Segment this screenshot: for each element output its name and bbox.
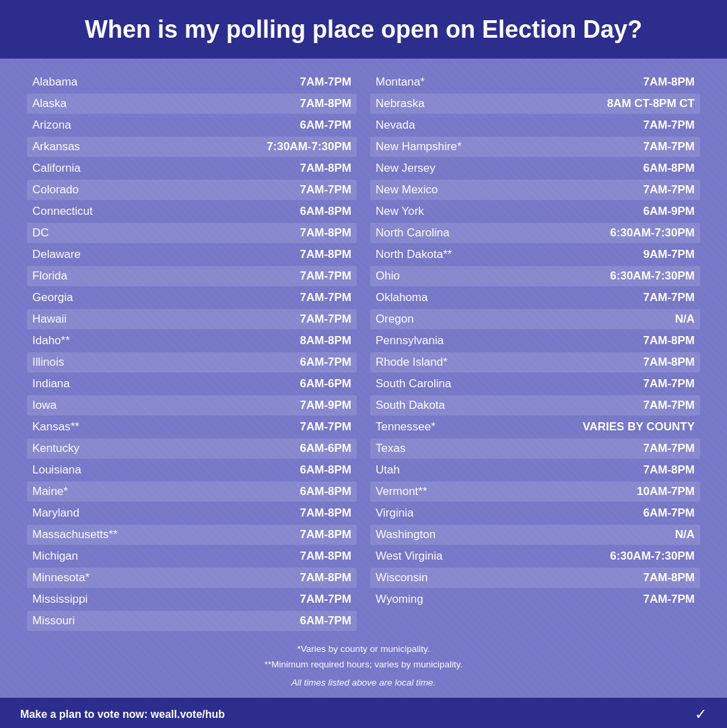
state-name: Illinois xyxy=(32,356,64,369)
state-name: Utah xyxy=(376,463,400,477)
page-footer: Make a plan to vote now: weall.vote/hub … xyxy=(0,698,727,728)
table-row: Vermont** 10AM-7PM xyxy=(370,482,700,502)
footnote-1: *Varies by county or municipality. xyxy=(27,642,700,657)
state-name: Pennsylvania xyxy=(376,334,444,348)
state-name: Nevada xyxy=(376,119,415,132)
state-hours: 7AM-8PM xyxy=(300,162,351,175)
state-hours: 7AM-7PM xyxy=(300,291,351,304)
state-hours: 6AM-6PM xyxy=(300,377,351,391)
state-name: Florida xyxy=(32,269,67,283)
main-content: Alabama 7AM-7PM Alaska 7AM-8PM Arizona 6… xyxy=(0,59,727,698)
table-row: Alaska 7AM-8PM xyxy=(27,94,357,114)
state-name: Idaho** xyxy=(32,334,70,348)
table-row: Kentucky 6AM-6PM xyxy=(27,438,357,459)
state-hours: 6AM-8PM xyxy=(300,485,351,498)
state-name: Connecticut xyxy=(32,205,93,218)
footnotes: *Varies by county or municipality. **Min… xyxy=(27,642,700,691)
table-row: Rhode Island* 7AM-8PM xyxy=(370,352,700,372)
state-name: Montana* xyxy=(376,75,425,89)
table-row: Michigan 7AM-8PM xyxy=(27,546,357,566)
state-name: Texas xyxy=(376,442,405,455)
state-hours: 7AM-8PM xyxy=(300,571,351,585)
state-hours: 7AM-7PM xyxy=(643,183,695,197)
footer-link[interactable]: weall.vote/hub xyxy=(151,708,225,720)
table-row: California 7AM-8PM xyxy=(27,158,357,178)
state-hours: 7AM-8PM xyxy=(643,571,695,585)
state-hours: 7AM-7PM xyxy=(643,377,695,391)
state-name: Colorado xyxy=(32,183,79,197)
table-row: Texas 7AM-7PM xyxy=(370,438,700,459)
table-row: Maine* 6AM-8PM xyxy=(27,482,357,502)
state-name: South Carolina xyxy=(376,377,451,391)
state-hours: 7AM-8PM xyxy=(300,97,351,110)
table-row: Louisiana 6AM-8PM xyxy=(27,460,357,480)
state-name: Ohio xyxy=(376,269,400,283)
table-row: Minnesota* 7AM-8PM xyxy=(27,568,357,588)
state-name: Massachusetts** xyxy=(32,528,118,541)
table-row: DC 7AM-8PM xyxy=(27,223,357,243)
table-row: Arkansas 7:30AM-7:30PM xyxy=(27,137,357,157)
state-name: Missouri xyxy=(32,614,75,628)
state-name: Minnesota* xyxy=(32,571,90,585)
footnote-3: All times listed above are local time. xyxy=(27,675,700,691)
table-row: New York 6AM-9PM xyxy=(370,201,700,222)
state-name: Rhode Island* xyxy=(376,356,448,369)
table-row: Oregon N/A xyxy=(370,309,700,329)
state-name: Oklahoma xyxy=(376,291,427,304)
state-name: Wyoming xyxy=(376,593,423,606)
state-hours: VARIES BY COUNTY xyxy=(582,420,695,434)
table-row: Missouri 6AM-7PM xyxy=(27,611,357,631)
state-name: Louisiana xyxy=(32,463,81,477)
state-name: New York xyxy=(376,205,424,218)
state-hours: 7AM-7PM xyxy=(643,140,695,154)
state-hours: 7:30AM-7:30PM xyxy=(267,140,351,154)
state-name: Maryland xyxy=(32,506,79,520)
table-row: Georgia 7AM-7PM xyxy=(27,288,357,308)
table-row: Idaho** 8AM-8PM xyxy=(27,331,357,351)
table-row: South Dakota 7AM-7PM xyxy=(370,395,700,416)
footer-text: Make a plan to vote now: weall.vote/hub xyxy=(20,708,225,721)
state-name: North Dakota** xyxy=(376,248,452,261)
state-hours: 7AM-7PM xyxy=(643,119,695,132)
state-name: West Virginia xyxy=(376,550,443,563)
table-row: Maryland 7AM-8PM xyxy=(27,503,357,523)
state-name: Vermont** xyxy=(376,485,427,498)
state-hours: 6AM-7PM xyxy=(300,614,351,628)
table-row: Mississippi 7AM-7PM xyxy=(27,589,357,609)
state-name: California xyxy=(32,162,81,175)
state-hours: 7AM-8PM xyxy=(643,334,695,348)
state-hours: 7AM-8PM xyxy=(300,528,351,541)
state-hours: 6AM-6PM xyxy=(300,442,351,455)
check-circle-icon: ✓ xyxy=(695,706,707,723)
table-row: North Dakota** 9AM-7PM xyxy=(370,244,700,265)
state-hours: 6AM-8PM xyxy=(300,463,351,477)
state-hours: 7AM-7PM xyxy=(643,399,695,412)
table-row: New Jersey 6AM-8PM xyxy=(370,158,700,178)
table-row: Hawaii 7AM-7PM xyxy=(27,309,357,329)
state-name: Mississippi xyxy=(32,593,88,606)
table-row: South Carolina 7AM-7PM xyxy=(370,374,700,394)
state-hours: 6AM-7PM xyxy=(300,356,351,369)
state-name: Arizona xyxy=(32,119,71,132)
state-name: North Carolina xyxy=(376,226,450,240)
table-row: Oklahoma 7AM-7PM xyxy=(370,288,700,308)
state-name: Maine* xyxy=(32,485,68,498)
table-row: Massachusetts** 7AM-8PM xyxy=(27,525,357,545)
page-title: When is my polling place open on Electio… xyxy=(20,15,707,44)
state-name: DC xyxy=(32,226,49,240)
state-name: Delaware xyxy=(32,248,81,261)
state-hours: 6:30AM-7:30PM xyxy=(610,226,695,240)
table-row: Tennessee* VARIES BY COUNTY xyxy=(370,417,700,437)
state-name: New Jersey xyxy=(376,162,436,175)
table-row: Colorado 7AM-7PM xyxy=(27,180,357,200)
state-name: Indiana xyxy=(32,377,70,391)
state-hours: 7AM-7PM xyxy=(300,183,351,197)
state-name: Tennessee* xyxy=(376,420,436,434)
table-row: Wyoming 7AM-7PM xyxy=(370,589,700,609)
state-hours: 7AM-8PM xyxy=(300,506,351,520)
columns-container: Alabama 7AM-7PM Alaska 7AM-8PM Arizona 6… xyxy=(27,72,700,632)
state-hours: 7AM-7PM xyxy=(300,269,351,283)
table-row: Montana* 7AM-8PM xyxy=(370,72,700,92)
state-name: Iowa xyxy=(32,399,57,412)
footer-label: Make a plan to vote now: xyxy=(20,708,151,720)
